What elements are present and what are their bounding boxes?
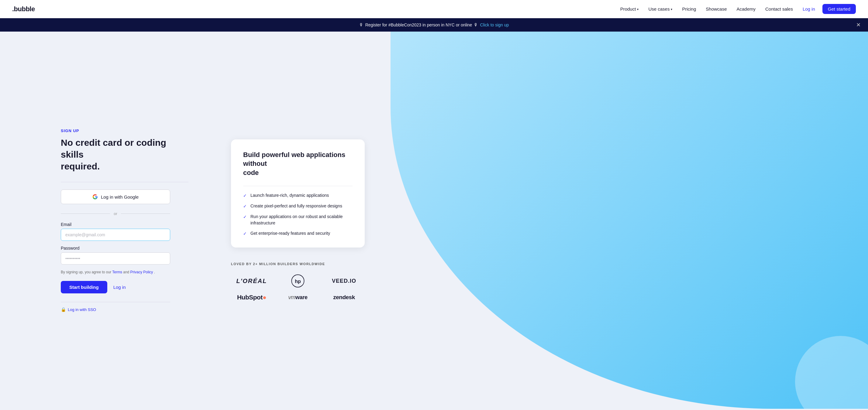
banner-cta-link[interactable]: Click to sign up xyxy=(480,23,509,27)
terms-text: By signing up, you agree to our Terms an… xyxy=(61,269,170,275)
chevron-down-icon: ▾ xyxy=(637,8,639,11)
feature-list: ✓ Launch feature-rich, dynamic applicati… xyxy=(243,192,352,237)
privacy-policy-link[interactable]: Privacy Policy xyxy=(130,270,153,274)
email-input[interactable] xyxy=(61,229,170,241)
navbar: .bubble Product ▾ Use cases ▾ Pricing Sh… xyxy=(0,0,868,18)
nav-get-started-button[interactable]: Get started xyxy=(823,4,856,14)
check-icon: ✓ xyxy=(243,203,247,209)
nav-product[interactable]: Product ▾ xyxy=(616,5,643,13)
google-login-button[interactable]: Log in with Google xyxy=(61,190,170,204)
logo-vmware: vmware xyxy=(277,294,318,301)
form-actions: Start building Log in xyxy=(61,281,170,294)
feature-item: ✓ Get enterprise-ready features and secu… xyxy=(243,230,352,237)
nav-showcase[interactable]: Showcase xyxy=(702,5,731,13)
logo-loreal: L'ORÉAL xyxy=(231,278,272,284)
banner-text: Register for #BubbleCon2023 in person in… xyxy=(365,23,472,27)
or-line-right xyxy=(121,213,170,214)
main-content: SIGN UP No credit card or coding skills … xyxy=(0,32,868,409)
banner-close-button[interactable]: ✕ xyxy=(856,22,861,28)
password-form-group: Password xyxy=(61,246,170,265)
email-label: Email xyxy=(61,222,170,227)
nav-academy[interactable]: Academy xyxy=(733,5,760,13)
email-form-group: Email xyxy=(61,222,170,241)
svg-text:hp: hp xyxy=(295,279,301,284)
password-input[interactable] xyxy=(61,252,170,265)
terms-link[interactable]: Terms xyxy=(112,270,122,274)
feature-item: ✓ Run your applications on our robust an… xyxy=(243,213,352,226)
top-divider xyxy=(61,182,188,182)
check-icon: ✓ xyxy=(243,231,247,237)
logos-title: LOVED BY 2+ MILLION BUILDERS WORLDWIDE xyxy=(231,262,365,266)
logo-zendesk: zendesk xyxy=(323,294,365,301)
feature-item: ✓ Launch feature-rich, dynamic applicati… xyxy=(243,192,352,199)
info-section: Build powerful web applications without … xyxy=(213,32,868,409)
nav-contact-sales[interactable]: Contact sales xyxy=(761,5,797,13)
lock-icon: 🔒 xyxy=(61,307,66,312)
info-card: Build powerful web applications without … xyxy=(231,139,365,248)
hp-icon: hp xyxy=(291,274,305,287)
nav-login-link[interactable]: Log in xyxy=(798,5,819,13)
info-card-divider xyxy=(243,186,352,186)
password-label: Password xyxy=(61,246,170,250)
banner-emoji-left: 🎙 xyxy=(359,23,364,27)
sso-divider xyxy=(61,302,170,302)
feature-item: ✓ Create pixel-perfect and fully respons… xyxy=(243,203,352,209)
check-icon: ✓ xyxy=(243,193,247,199)
chevron-down-icon: ▾ xyxy=(671,8,672,11)
form-heading: No credit card or coding skills required… xyxy=(61,137,188,172)
sso-label: Log in with SSO xyxy=(68,307,96,312)
brand-logo[interactable]: .bubble xyxy=(12,5,35,13)
signup-label: SIGN UP xyxy=(61,129,188,133)
google-btn-label: Log in with Google xyxy=(101,194,138,200)
info-card-title: Build powerful web applications without … xyxy=(243,150,352,177)
check-icon: ✓ xyxy=(243,214,247,220)
sso-login-link[interactable]: 🔒 Log in with SSO xyxy=(61,307,188,312)
or-line-left xyxy=(61,213,110,214)
or-divider: or xyxy=(61,211,170,216)
logos-grid: L'ORÉAL hp VEED.IO HubSpot● xyxy=(231,274,365,301)
logo-veedio: VEED.IO xyxy=(323,278,365,284)
login-link[interactable]: Log in xyxy=(113,284,126,290)
banner-emoji-right: 🎙 xyxy=(474,23,478,27)
announcement-banner: 🎙 Register for #BubbleCon2023 in person … xyxy=(0,18,868,32)
logo-hp: hp xyxy=(277,274,318,287)
signup-form-section: SIGN UP No credit card or coding skills … xyxy=(0,32,213,409)
logo-hubspot: HubSpot● xyxy=(231,294,272,301)
start-building-button[interactable]: Start building xyxy=(61,281,107,294)
nav-pricing[interactable]: Pricing xyxy=(678,5,700,13)
logos-section: LOVED BY 2+ MILLION BUILDERS WORLDWIDE L… xyxy=(231,262,365,301)
google-icon xyxy=(92,194,98,200)
nav-links: Product ▾ Use cases ▾ Pricing Showcase A… xyxy=(616,4,856,14)
or-text: or xyxy=(114,211,117,216)
nav-use-cases[interactable]: Use cases ▾ xyxy=(644,5,677,13)
